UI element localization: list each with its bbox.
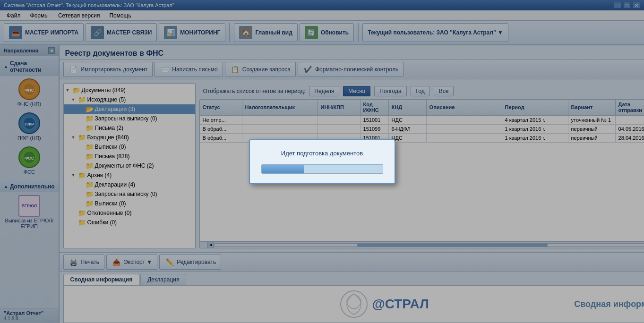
- progress-bar-fill: [262, 165, 304, 173]
- progress-bar-container: [261, 164, 383, 174]
- modal-dialog: Идет подготовка документов: [249, 139, 395, 184]
- modal-title: Идет подготовка документов: [261, 150, 383, 157]
- modal-overlay: Идет подготовка документов: [0, 0, 644, 323]
